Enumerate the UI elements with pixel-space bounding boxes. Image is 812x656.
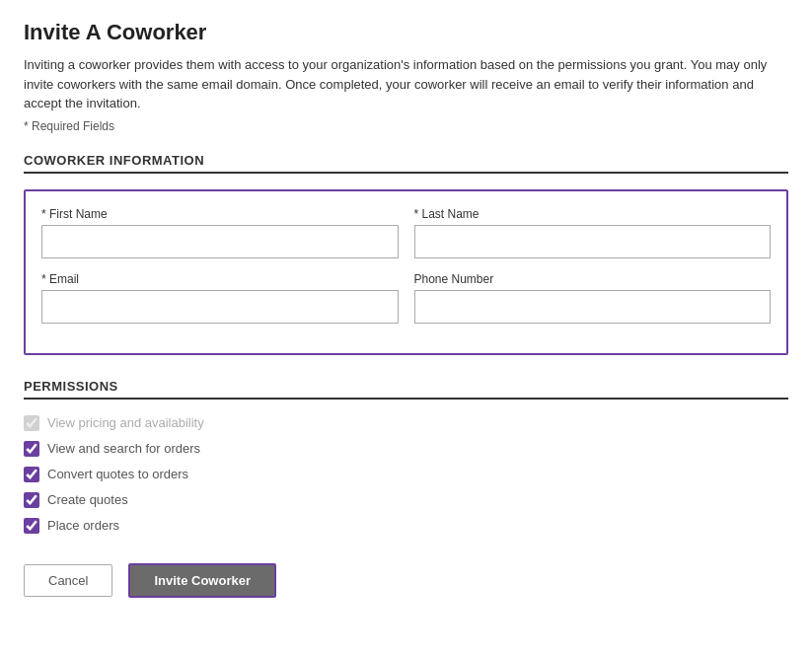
phone-label: Phone Number	[414, 272, 772, 286]
permission-orders-label: View and search for orders	[47, 441, 200, 456]
first-name-input[interactable]	[41, 225, 399, 258]
permission-place-checkbox[interactable]	[24, 518, 39, 534]
email-group: * Email	[41, 272, 399, 324]
required-note: * Required Fields	[24, 119, 788, 133]
cancel-button[interactable]: Cancel	[24, 564, 112, 597]
last-name-label: * Last Name	[414, 207, 772, 221]
invite-coworker-button[interactable]: Invite Coworker	[128, 563, 276, 598]
permission-quotes: Create quotes	[24, 492, 788, 508]
permission-convert-label: Convert quotes to orders	[47, 467, 188, 481]
first-name-label: * First Name	[41, 207, 399, 221]
permissions-list: View pricing and availability View and s…	[24, 415, 788, 534]
permission-quotes-label: Create quotes	[47, 492, 128, 507]
page-description: Inviting a coworker provides them with a…	[24, 55, 788, 113]
permission-place-label: Place orders	[47, 518, 119, 533]
permissions-section: PERMISSIONS View pricing and availabilit…	[24, 379, 788, 534]
permission-convert-checkbox[interactable]	[24, 467, 39, 482]
permission-convert: Convert quotes to orders	[24, 467, 788, 482]
permission-pricing-label: View pricing and availability	[47, 415, 204, 430]
email-label: * Email	[41, 272, 399, 286]
permission-orders: View and search for orders	[24, 441, 788, 457]
permission-pricing: View pricing and availability	[24, 415, 788, 431]
email-phone-row: * Email Phone Number	[41, 272, 771, 324]
permission-place: Place orders	[24, 518, 788, 534]
coworker-info-box: * First Name * Last Name * Email Phone N…	[24, 189, 788, 355]
first-name-group: * First Name	[41, 207, 399, 258]
coworker-info-section-title: COWORKER INFORMATION	[24, 153, 788, 174]
email-input[interactable]	[41, 290, 399, 324]
name-row: * First Name * Last Name	[41, 207, 771, 258]
permissions-section-title: PERMISSIONS	[24, 379, 788, 400]
permission-quotes-checkbox[interactable]	[24, 492, 39, 508]
last-name-group: * Last Name	[414, 207, 772, 258]
buttons-row: Cancel Invite Coworker	[24, 563, 788, 598]
permission-orders-checkbox[interactable]	[24, 441, 39, 457]
phone-input[interactable]	[414, 290, 772, 324]
phone-group: Phone Number	[414, 272, 772, 324]
page-title: Invite A Coworker	[24, 20, 788, 45]
permission-pricing-checkbox[interactable]	[24, 415, 39, 431]
last-name-input[interactable]	[414, 225, 772, 258]
